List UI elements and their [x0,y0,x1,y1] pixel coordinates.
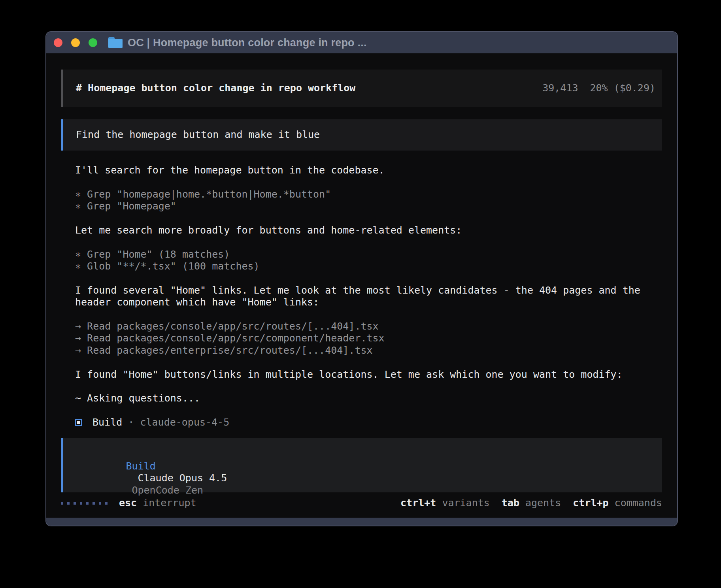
conversation-line: header component which have "Home" links… [75,296,662,308]
conversation-line [75,213,662,224]
spinner-dot [67,502,70,505]
context-percent: 20% [590,82,608,94]
session-cost: ($0.29) [614,82,655,94]
spinner-dot [105,502,108,505]
conversation-line: I'll search for the homepage button in t… [75,164,662,176]
input-agent-label: Build [126,460,155,472]
shortcut-hint-commands: ctrl+pcommands [573,497,662,509]
spinner-dot [86,502,89,505]
conversation-line: → Read packages/enterprise/src/routes/[.… [75,345,662,356]
conversation-line: ∗ Grep "Home" (18 matches) [75,249,662,260]
terminal-window: OC | Homepage button color change in rep… [45,31,678,526]
prompt-input[interactable]: Build Claude Opus 4.5 OpenCode Zen [61,438,662,492]
conversation-line: ∗ Grep "homepage|home.*button|Home.*butt… [75,188,662,200]
keyboard-shortcuts: ctrl+tvariantstabagentsctrl+pcommands [400,497,662,509]
conversation-line [75,273,662,285]
conversation-line: I found "Home" buttons/links in multiple… [75,369,662,381]
shortcut-hint-variants: ctrl+tvariants [400,497,490,509]
agent-build-icon [75,419,82,426]
conversation-line [75,381,662,392]
conversation-line [75,356,662,368]
conversation-line: Let me search more broadly for buttons a… [75,224,662,236]
zoom-button[interactable] [89,38,97,47]
traffic-lights [54,38,97,47]
shortcut-hint-agents: tabagents [502,497,561,509]
spinner-dot [92,502,95,505]
agent-status-row: Build · claude-opus-4-5 [75,416,662,428]
working-spinner-dots [61,502,108,505]
conversation-line: ~ Asking questions... [75,392,662,404]
folder-icon [108,37,123,48]
status-separator: · [122,416,140,428]
assistant-response: I'll search for the homepage button in t… [61,164,662,429]
minimize-button[interactable] [71,38,80,47]
spinner-dot [80,502,82,505]
esc-key: esc [119,497,137,509]
conversation-line: ∗ Grep "Homepage" [75,200,662,212]
conversation-line [75,309,662,320]
session-header: # Homepage button color change in repo w… [61,70,662,107]
conversation-line: → Read packages/console/app/src/componen… [75,332,662,344]
token-count: 39,413 [542,82,578,94]
session-title: # Homepage button color change in repo w… [76,82,355,94]
spinner-dot [61,502,63,505]
conversation-line [75,176,662,188]
user-message: Find the homepage button and make it blu… [61,119,662,151]
conversation-line: I found several "Home" links. Let me loo… [75,285,662,296]
status-model-name: claude-opus-4-5 [140,416,229,428]
input-provider-label: OpenCode Zen [132,484,203,496]
conversation-line: ∗ Glob "**/*.tsx" (100 matches) [75,260,662,272]
conversation-line: → Read packages/console/app/src/routes/[… [75,320,662,332]
window-bottom-edge [46,518,677,526]
spinner-dot [99,502,101,505]
assistant-response-lines: I'll search for the homepage button in t… [75,164,662,416]
shortcut-key: ctrl+t [400,497,436,509]
esc-hint: esc interrupt [119,497,196,509]
esc-label: interrupt [143,497,196,509]
titlebar-title-group: OC | Homepage button color change in rep… [108,37,367,49]
spinner-dot [74,502,76,505]
shortcut-key: ctrl+p [573,497,608,509]
status-bar-left: esc interrupt [61,497,196,509]
close-button[interactable] [54,38,62,47]
session-stats: 39,41320%($0.29) [542,82,655,94]
input-model-label: Claude Opus 4.5 [138,472,227,484]
terminal-content: # Homepage button color change in repo w… [46,53,677,518]
agent-name: Build [92,416,122,428]
window-titlebar: OC | Homepage button color change in rep… [46,32,677,53]
conversation-line [75,405,662,416]
conversation-line [75,236,662,248]
user-message-text: Find the homepage button and make it blu… [76,129,320,141]
shortcut-key: tab [502,497,519,509]
shortcut-label: agents [525,497,561,509]
shortcut-label: variants [442,497,489,509]
window-title: OC | Homepage button color change in rep… [128,37,367,49]
shortcut-label: commands [615,497,662,509]
